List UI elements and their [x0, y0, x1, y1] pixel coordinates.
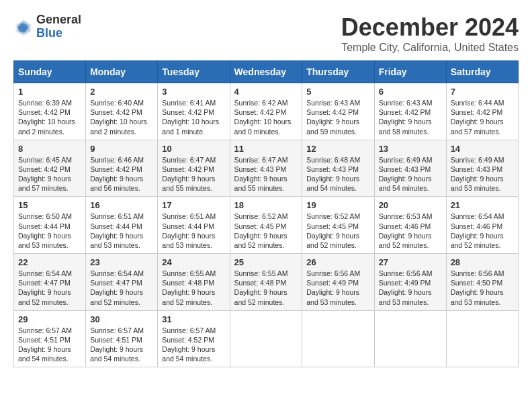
column-header-sunday: Sunday [14, 61, 86, 83]
calendar-cell [302, 310, 374, 367]
column-header-friday: Friday [374, 61, 446, 83]
day-number: 5 [306, 87, 369, 97]
day-number: 1 [18, 87, 81, 97]
day-info: Sunrise: 6:57 AM Sunset: 4:52 PM Dayligh… [162, 326, 225, 364]
day-number: 29 [18, 314, 81, 324]
calendar-cell: 23 Sunrise: 6:54 AM Sunset: 4:47 PM Dayl… [86, 254, 158, 311]
day-number: 20 [379, 200, 442, 210]
calendar-week-row: 15 Sunrise: 6:50 AM Sunset: 4:44 PM Dayl… [14, 197, 519, 254]
day-number: 7 [451, 87, 514, 97]
day-info: Sunrise: 6:51 AM Sunset: 4:44 PM Dayligh… [90, 212, 153, 250]
calendar-cell: 8 Sunrise: 6:45 AM Sunset: 4:42 PM Dayli… [14, 140, 86, 197]
day-info: Sunrise: 6:53 AM Sunset: 4:46 PM Dayligh… [379, 212, 442, 250]
day-number: 21 [451, 200, 514, 210]
calendar-cell: 5 Sunrise: 6:43 AM Sunset: 4:42 PM Dayli… [302, 83, 374, 140]
calendar-header-row: SundayMondayTuesdayWednesdayThursdayFrid… [14, 61, 519, 83]
column-header-saturday: Saturday [446, 61, 518, 83]
calendar-cell: 9 Sunrise: 6:46 AM Sunset: 4:42 PM Dayli… [86, 140, 158, 197]
day-info: Sunrise: 6:54 AM Sunset: 4:46 PM Dayligh… [451, 212, 514, 250]
calendar-cell: 11 Sunrise: 6:47 AM Sunset: 4:43 PM Dayl… [230, 140, 302, 197]
day-info: Sunrise: 6:49 AM Sunset: 4:43 PM Dayligh… [451, 155, 514, 193]
calendar-cell: 31 Sunrise: 6:57 AM Sunset: 4:52 PM Dayl… [158, 310, 230, 367]
day-info: Sunrise: 6:55 AM Sunset: 4:48 PM Dayligh… [234, 269, 298, 307]
day-number: 8 [18, 144, 81, 154]
day-number: 2 [90, 87, 153, 97]
calendar-cell: 15 Sunrise: 6:50 AM Sunset: 4:44 PM Dayl… [14, 197, 86, 254]
header: General Blue December 2024 Temple City, … [13, 13, 519, 54]
logo-text: General Blue [36, 13, 81, 40]
calendar-cell [446, 310, 518, 367]
day-info: Sunrise: 6:52 AM Sunset: 4:45 PM Dayligh… [234, 212, 298, 250]
calendar-cell: 26 Sunrise: 6:56 AM Sunset: 4:49 PM Dayl… [302, 254, 374, 311]
day-number: 6 [379, 87, 442, 97]
column-header-monday: Monday [86, 61, 158, 83]
day-info: Sunrise: 6:57 AM Sunset: 4:51 PM Dayligh… [18, 326, 81, 364]
calendar-week-row: 1 Sunrise: 6:39 AM Sunset: 4:42 PM Dayli… [14, 83, 519, 140]
day-info: Sunrise: 6:56 AM Sunset: 4:49 PM Dayligh… [306, 269, 369, 307]
day-info: Sunrise: 6:43 AM Sunset: 4:42 PM Dayligh… [379, 98, 442, 136]
day-number: 30 [90, 314, 153, 324]
day-number: 4 [234, 87, 298, 97]
calendar-cell: 13 Sunrise: 6:49 AM Sunset: 4:43 PM Dayl… [374, 140, 446, 197]
calendar-cell: 1 Sunrise: 6:39 AM Sunset: 4:42 PM Dayli… [14, 83, 86, 140]
day-number: 25 [234, 257, 298, 267]
day-info: Sunrise: 6:47 AM Sunset: 4:42 PM Dayligh… [162, 155, 225, 193]
calendar-cell: 27 Sunrise: 6:56 AM Sunset: 4:49 PM Dayl… [374, 254, 446, 311]
day-info: Sunrise: 6:55 AM Sunset: 4:48 PM Dayligh… [162, 269, 225, 307]
calendar-week-row: 8 Sunrise: 6:45 AM Sunset: 4:42 PM Dayli… [14, 140, 519, 197]
calendar-cell: 18 Sunrise: 6:52 AM Sunset: 4:45 PM Dayl… [230, 197, 302, 254]
day-info: Sunrise: 6:39 AM Sunset: 4:42 PM Dayligh… [18, 98, 81, 136]
calendar-cell: 28 Sunrise: 6:56 AM Sunset: 4:50 PM Dayl… [446, 254, 518, 311]
day-number: 24 [162, 257, 225, 267]
title-section: December 2024 Temple City, California, U… [341, 13, 519, 54]
day-info: Sunrise: 6:56 AM Sunset: 4:49 PM Dayligh… [379, 269, 442, 307]
day-number: 15 [18, 200, 81, 210]
day-info: Sunrise: 6:52 AM Sunset: 4:45 PM Dayligh… [306, 212, 369, 250]
logo-icon [13, 17, 34, 37]
day-info: Sunrise: 6:44 AM Sunset: 4:42 PM Dayligh… [451, 98, 514, 136]
day-number: 26 [306, 257, 369, 267]
day-number: 12 [306, 144, 369, 154]
calendar-cell: 22 Sunrise: 6:54 AM Sunset: 4:47 PM Dayl… [14, 254, 86, 311]
calendar-cell: 24 Sunrise: 6:55 AM Sunset: 4:48 PM Dayl… [158, 254, 230, 311]
calendar-cell [374, 310, 446, 367]
column-header-tuesday: Tuesday [158, 61, 230, 83]
day-number: 9 [90, 144, 153, 154]
day-info: Sunrise: 6:41 AM Sunset: 4:42 PM Dayligh… [162, 98, 225, 136]
day-number: 31 [162, 314, 225, 324]
day-info: Sunrise: 6:50 AM Sunset: 4:44 PM Dayligh… [18, 212, 81, 250]
day-number: 14 [451, 144, 514, 154]
calendar-cell: 10 Sunrise: 6:47 AM Sunset: 4:42 PM Dayl… [158, 140, 230, 197]
calendar-cell: 19 Sunrise: 6:52 AM Sunset: 4:45 PM Dayl… [302, 197, 374, 254]
logo-blue: Blue [36, 27, 81, 40]
calendar-cell: 30 Sunrise: 6:57 AM Sunset: 4:51 PM Dayl… [86, 310, 158, 367]
main-title: December 2024 [341, 13, 519, 42]
calendar-cell: 20 Sunrise: 6:53 AM Sunset: 4:46 PM Dayl… [374, 197, 446, 254]
calendar-cell: 12 Sunrise: 6:48 AM Sunset: 4:43 PM Dayl… [302, 140, 374, 197]
day-info: Sunrise: 6:48 AM Sunset: 4:43 PM Dayligh… [306, 155, 369, 193]
day-info: Sunrise: 6:45 AM Sunset: 4:42 PM Dayligh… [18, 155, 81, 193]
logo: General Blue [13, 13, 81, 40]
day-info: Sunrise: 6:46 AM Sunset: 4:42 PM Dayligh… [90, 155, 153, 193]
day-info: Sunrise: 6:51 AM Sunset: 4:44 PM Dayligh… [162, 212, 225, 250]
day-info: Sunrise: 6:47 AM Sunset: 4:43 PM Dayligh… [234, 155, 298, 193]
day-number: 27 [379, 257, 442, 267]
calendar-cell: 14 Sunrise: 6:49 AM Sunset: 4:43 PM Dayl… [446, 140, 518, 197]
day-info: Sunrise: 6:56 AM Sunset: 4:50 PM Dayligh… [451, 269, 514, 307]
calendar-table: SundayMondayTuesdayWednesdayThursdayFrid… [13, 60, 519, 367]
calendar-cell: 3 Sunrise: 6:41 AM Sunset: 4:42 PM Dayli… [158, 83, 230, 140]
day-number: 22 [18, 257, 81, 267]
column-header-thursday: Thursday [302, 61, 374, 83]
day-info: Sunrise: 6:57 AM Sunset: 4:51 PM Dayligh… [90, 326, 153, 364]
day-number: 23 [90, 257, 153, 267]
calendar-week-row: 29 Sunrise: 6:57 AM Sunset: 4:51 PM Dayl… [14, 310, 519, 367]
day-info: Sunrise: 6:40 AM Sunset: 4:42 PM Dayligh… [90, 98, 153, 136]
calendar-cell: 2 Sunrise: 6:40 AM Sunset: 4:42 PM Dayli… [86, 83, 158, 140]
calendar-cell: 25 Sunrise: 6:55 AM Sunset: 4:48 PM Dayl… [230, 254, 302, 311]
calendar-cell: 29 Sunrise: 6:57 AM Sunset: 4:51 PM Dayl… [14, 310, 86, 367]
day-number: 19 [306, 200, 369, 210]
page-container: General Blue December 2024 Temple City, … [13, 13, 519, 367]
column-header-wednesday: Wednesday [230, 61, 302, 83]
day-number: 3 [162, 87, 225, 97]
calendar-week-row: 22 Sunrise: 6:54 AM Sunset: 4:47 PM Dayl… [14, 254, 519, 311]
